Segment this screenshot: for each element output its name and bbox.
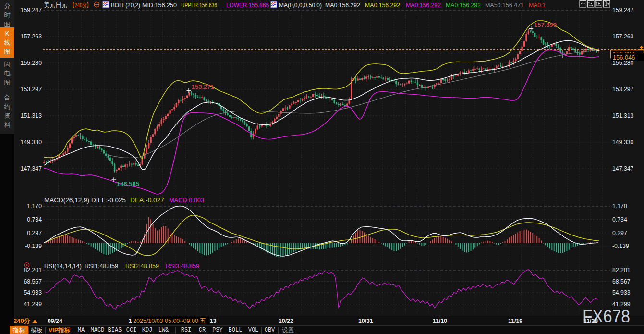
svg-text:146.585: 146.585	[117, 180, 139, 187]
svg-text:1.170: 1.170	[27, 203, 42, 210]
svg-text:美元日元: 美元日元	[44, 1, 67, 9]
svg-text:11/10: 11/10	[433, 318, 447, 324]
svg-text:0.297: 0.297	[27, 230, 42, 236]
svg-text:240分: 240分	[13, 317, 31, 324]
svg-text:149.330: 149.330	[612, 139, 634, 146]
svg-text:RSI2:48.859: RSI2:48.859	[125, 262, 159, 270]
svg-text:157.263: 157.263	[21, 33, 42, 40]
svg-text:UPPER:156.636: UPPER:156.636	[181, 1, 217, 9]
svg-text:RSI3:48.859: RSI3:48.859	[166, 262, 199, 270]
svg-text:-0.139: -0.139	[612, 243, 629, 249]
svg-text:0.297: 0.297	[612, 230, 627, 236]
svg-text:LOWER:155.865: LOWER:155.865	[226, 1, 269, 9]
svg-text:0.734: 0.734	[612, 216, 627, 223]
svg-text:11/19: 11/19	[508, 318, 522, 324]
svg-text:1: 1	[129, 318, 132, 324]
svg-text:09/24: 09/24	[48, 318, 62, 324]
svg-text:147.347: 147.347	[21, 165, 42, 172]
svg-text:151.313: 151.313	[21, 112, 42, 119]
svg-text:2025/10/03 05:00~09:00 五: 2025/10/03 05:00~09:00 五	[133, 318, 206, 324]
svg-text:MA0:156.292: MA0:156.292	[446, 1, 481, 9]
svg-text:MA50:156.471: MA50:156.471	[485, 1, 524, 9]
svg-text:10/22: 10/22	[279, 318, 293, 324]
svg-text:153.297: 153.297	[612, 86, 634, 93]
svg-text:147.347: 147.347	[612, 165, 634, 172]
svg-text:54.933: 54.933	[612, 289, 631, 296]
svg-text:BOLL(20,2): BOLL(20,2)	[111, 1, 140, 9]
svg-text:【240分】: 【240分】	[70, 2, 91, 9]
svg-text:0.734: 0.734	[27, 216, 42, 223]
svg-text:82.201: 82.201	[612, 267, 631, 273]
svg-text:RSI(14,14,14): RSI(14,14,14)	[44, 262, 82, 270]
svg-text:MA0:156.292: MA0:156.292	[325, 1, 360, 9]
svg-text:MA0:156.292: MA0:156.292	[365, 1, 400, 9]
svg-text:156.046: 156.046	[613, 54, 635, 61]
svg-text:13: 13	[210, 318, 217, 324]
svg-text:10/31: 10/31	[358, 318, 373, 324]
svg-text:41.299: 41.299	[24, 301, 42, 308]
svg-text:MID:156.250: MID:156.250	[142, 1, 177, 9]
svg-text:149.330: 149.330	[21, 139, 42, 146]
svg-text:-0.139: -0.139	[25, 243, 42, 249]
svg-text:157.890: 157.890	[534, 21, 557, 28]
svg-text:159.247: 159.247	[21, 7, 42, 13]
svg-text:1.170: 1.170	[612, 203, 627, 210]
svg-text:68.567: 68.567	[612, 278, 631, 285]
svg-text:153.271: 153.271	[192, 83, 214, 90]
svg-text:153.297: 153.297	[21, 86, 42, 93]
svg-text:159.247: 159.247	[612, 7, 634, 13]
svg-text:82.201: 82.201	[24, 267, 42, 273]
svg-text:MACD:0.003: MACD:0.003	[169, 197, 204, 204]
svg-text:151.313: 151.313	[612, 112, 634, 119]
svg-text:RSI1:48.859: RSI1:48.859	[85, 262, 118, 270]
svg-text:155.280: 155.280	[21, 60, 42, 66]
svg-text:DEA:-0.027: DEA:-0.027	[130, 197, 164, 204]
svg-text:DIFF:-0.025: DIFF:-0.025	[91, 197, 126, 204]
svg-text:54.933: 54.933	[24, 289, 42, 296]
svg-text:11/28: 11/28	[583, 318, 598, 324]
svg-text:68.567: 68.567	[24, 278, 42, 285]
svg-text:MA0:156.292: MA0:156.292	[406, 1, 441, 9]
svg-text:MA0:1: MA0:1	[529, 1, 546, 9]
svg-text:MACD(26,12,9): MACD(26,12,9)	[44, 197, 89, 204]
svg-text:MA(0,0,0,0,50,0): MA(0,0,0,0,50,0)	[279, 1, 322, 9]
svg-text:157.263: 157.263	[612, 33, 634, 40]
